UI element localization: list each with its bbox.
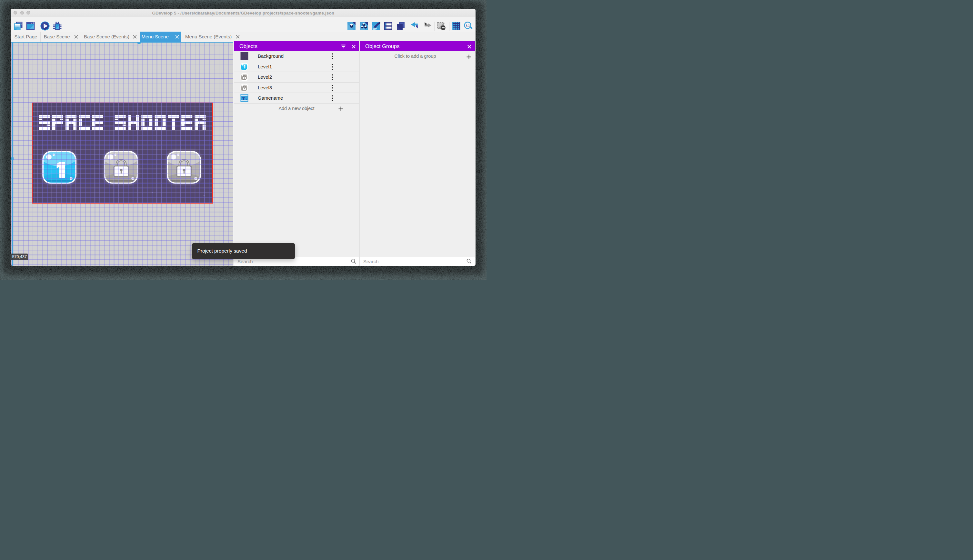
svg-text:1:1: 1:1 — [465, 24, 470, 27]
svg-text:x: x — [246, 98, 247, 101]
svg-text:T: T — [242, 96, 245, 101]
